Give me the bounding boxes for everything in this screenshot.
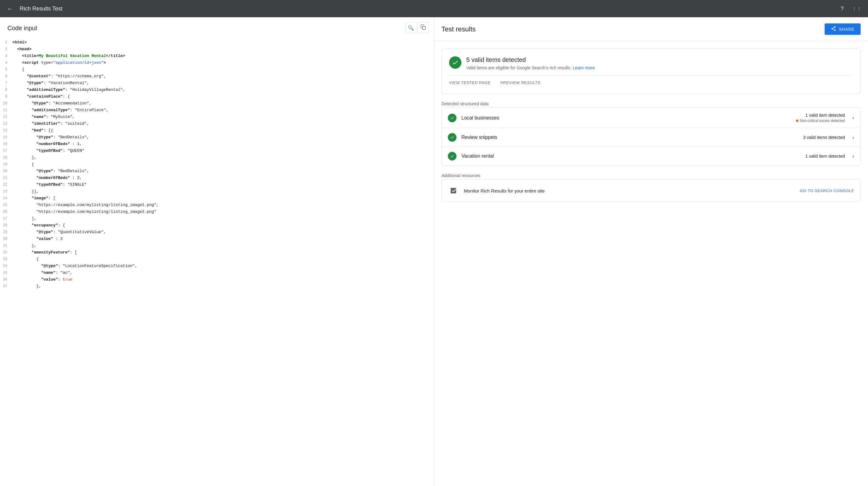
main-layout: Code input 🔍 1<html>2 <head>3 <title>My … [0,17,868,486]
detected-item-vacation-rental[interactable]: Vacation rental 1 valid item detected › [442,147,860,165]
item-check-icon [448,133,457,142]
line-content: "@type": "BedDetails", [12,168,434,174]
grid-icon: ⋮⋮ [852,6,862,11]
valid-description: Valid items are eligible for Google Sear… [466,65,595,70]
line-content: "@type": "QuantitativeValue", [12,229,434,235]
line-number: 9 [0,94,12,100]
additional-section: Additional resources Monitor Rich Result… [441,173,861,202]
line-number: 14 [0,127,12,134]
code-line: 9 "containsPlace": { [0,93,434,100]
line-number: 13 [0,121,12,127]
line-number: 1 [0,39,12,46]
code-line: 16 "numberOfBeds" : 1, [0,141,434,147]
line-number: 12 [0,114,12,120]
code-line: 1<html> [0,39,434,46]
search-icon: 🔍 [408,25,414,31]
resource-item: Monitor Rich Results for your entire sit… [442,179,860,202]
line-content: { [12,256,434,262]
code-line: 24 "image": [ [0,195,434,202]
line-number: 2 [0,46,12,52]
help-button[interactable]: ? [836,2,848,15]
line-content: }, [12,283,434,289]
warning-text: Non-critical issues detected [800,119,845,123]
apps-button[interactable]: ⋮⋮ [851,2,863,15]
code-line: 23 }], [0,188,434,195]
search-console-link[interactable]: GO TO SEARCH CONSOLE [800,189,854,193]
valid-count-heading: 5 valid items detected [466,56,595,63]
detected-title: Detected structured data [441,101,861,106]
left-panel: Code input 🔍 1<html>2 <head>3 <title>My … [0,17,434,486]
line-content: "name": "MySuite", [12,114,434,120]
valid-text: 5 valid items detected Valid items are e… [466,56,595,70]
code-line: 11 "additionalType": "EntirePlace", [0,107,434,114]
code-editor[interactable]: 1<html>2 <head>3 <title>My Beautiful Vac… [0,37,434,486]
line-number: 23 [0,189,12,195]
additional-title: Additional resources [441,173,861,178]
code-toolbar: 🔍 [405,22,429,33]
line-number: 6 [0,73,12,80]
tab-view-tested-page[interactable]: VIEW TESTED PAGE [449,80,491,86]
copy-code-button[interactable] [418,22,429,33]
line-number: 36 [0,277,12,283]
share-button[interactable]: SHARE [825,23,861,35]
results-title: Test results [441,25,475,33]
code-line: 2 <head> [0,46,434,53]
code-line: 10 "@type": "Accommodation", [0,100,434,107]
app-title: Rich Results Test [20,5,831,12]
back-icon: ← [7,5,13,12]
line-number: 33 [0,256,12,262]
line-number: 24 [0,195,12,201]
line-content: "value" : 2 [12,236,434,242]
line-content: "@type": "Accommodation", [12,101,434,107]
line-content: ], [12,216,434,222]
back-button[interactable]: ← [5,4,15,13]
code-line: 32 "amenityFeature": [ [0,249,434,256]
line-content: <html> [12,39,434,46]
detected-item-local-businesses[interactable]: Local businesses 1 valid item detected N… [442,108,860,128]
check-circle-icon [449,56,461,69]
line-content: "identifier": "suiteid", [12,121,434,127]
line-number: 27 [0,216,12,222]
line-number: 22 [0,182,12,188]
item-name-local-businesses: Local businesses [461,115,791,121]
code-line: 31 }, [0,242,434,249]
search-code-button[interactable]: 🔍 [405,22,416,33]
code-line: 19 { [0,161,434,168]
learn-more-link[interactable]: Learn more [573,65,595,70]
valid-items-card: 5 valid items detected Valid items are e… [441,49,861,94]
line-number: 34 [0,263,12,269]
detected-item-review-snippets[interactable]: Review snippets 3 valid items detected › [442,128,860,147]
item-check-icon [448,152,457,161]
line-number: 20 [0,168,12,174]
line-number: 3 [0,53,12,59]
line-content: <head> [12,46,434,52]
line-content: }, [12,154,434,161]
item-check-icon [448,114,457,122]
item-name-review-snippets: Review snippets [461,135,799,140]
code-line: 35 "name": "ac", [0,269,434,276]
code-line: 15 "@type": "BedDetails", [0,134,434,141]
line-content: "typeOfBed": "QUEEN" [12,148,434,154]
item-name-vacation-rental: Vacation rental [461,153,801,159]
line-content: "numberOfBeds" : 2, [12,175,434,181]
code-line: 34 "@type": "LocationFeatureSpecificatio… [0,263,434,269]
view-tabs: VIEW TESTED PAGE PREVIEW RESULTS [449,75,853,86]
right-panel: Test results SHARE [434,17,868,486]
line-number: 5 [0,66,12,73]
copy-icon [421,24,426,31]
code-line: 21 "numberOfBeds" : 2, [0,175,434,181]
code-line: 37 }, [0,283,434,290]
code-line: 22 "typeOfBed": "SINGLE" [0,181,434,188]
line-number: 21 [0,175,12,181]
line-content: "numberOfBeds" : 1, [12,141,434,147]
code-line: 6 "@context": "https://schema.org", [0,73,434,80]
line-number: 29 [0,229,12,235]
line-content: "additionalType": "EntirePlace", [12,107,434,113]
resources-card: Monitor Rich Results for your entire sit… [441,179,861,202]
line-number: 16 [0,141,12,147]
tab-preview-results[interactable]: PREVIEW RESULTS [500,80,540,86]
code-line: 33 { [0,256,434,263]
item-warning: Non-critical issues detected [796,119,845,123]
right-content: 5 valid items detected Valid items are e… [434,41,868,209]
line-number: 7 [0,80,12,86]
